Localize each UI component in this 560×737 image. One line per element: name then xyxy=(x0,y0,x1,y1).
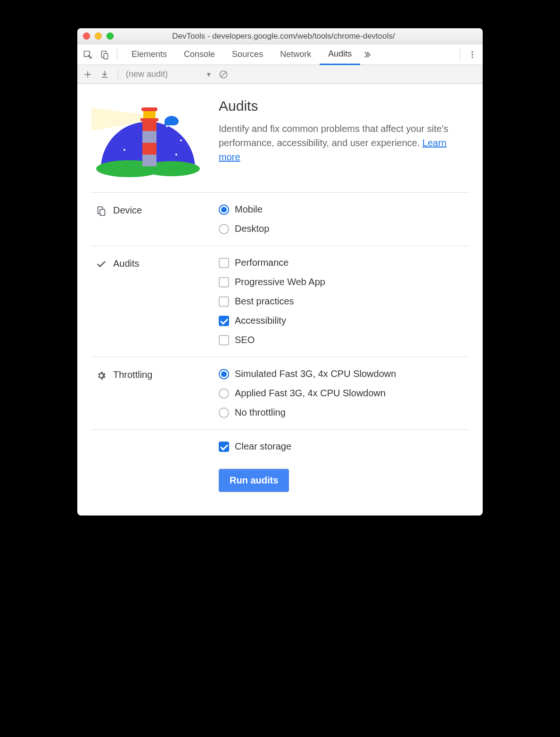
checkbox-best-practices[interactable]: Best practices xyxy=(219,296,469,307)
tab-elements[interactable]: Elements xyxy=(123,44,175,65)
tab-label: Console xyxy=(184,49,215,59)
radio-applied-3g[interactable]: Applied Fast 3G, 4x CPU Slowdown xyxy=(219,388,469,399)
device-options: Mobile Desktop xyxy=(219,204,469,234)
section-label-empty xyxy=(91,441,219,492)
overflow-tabs-icon[interactable] xyxy=(360,48,373,61)
kebab-menu-icon[interactable] xyxy=(466,48,479,61)
svg-marker-18 xyxy=(142,131,156,143)
checkbox-performance[interactable]: Performance xyxy=(219,257,469,268)
checkbox-icon xyxy=(219,442,229,452)
download-icon[interactable] xyxy=(99,69,110,80)
throttling-options: Simulated Fast 3G, 4x CPU Slowdown Appli… xyxy=(219,368,469,418)
run-section: Clear storage Run audits xyxy=(91,430,469,497)
option-label: Best practices xyxy=(235,296,294,307)
run-body: Clear storage Run audits xyxy=(219,441,469,492)
option-label: Accessibility xyxy=(235,315,286,326)
panel-tabs: Elements Console Sources Network Audits xyxy=(123,44,454,65)
tab-label: Network xyxy=(280,49,311,59)
checkbox-icon xyxy=(219,277,229,287)
toggle-device-icon[interactable] xyxy=(98,48,111,61)
section-title: Throttling xyxy=(113,369,152,380)
minimize-window-button[interactable] xyxy=(95,33,102,40)
tab-audits[interactable]: Audits xyxy=(320,44,360,65)
option-label: Clear storage xyxy=(235,441,291,452)
checkbox-accessibility[interactable]: Accessibility xyxy=(219,315,469,326)
option-label: SEO xyxy=(235,335,255,345)
section-title: Audits xyxy=(113,258,140,269)
section-label-device: Device xyxy=(91,204,219,234)
radio-icon xyxy=(219,369,229,379)
svg-point-5 xyxy=(471,57,473,58)
throttling-section: Throttling Simulated Fast 3G, 4x CPU Slo… xyxy=(91,357,469,429)
audit-dropdown-label: (new audit) xyxy=(126,69,168,79)
new-audit-icon[interactable] xyxy=(82,69,93,80)
tab-network[interactable]: Network xyxy=(272,44,320,65)
audits-toolbar: (new audit) ▼ xyxy=(77,65,483,84)
panel-description: Identify and fix common problems that af… xyxy=(219,122,469,164)
tab-label: Audits xyxy=(328,49,352,59)
svg-point-14 xyxy=(175,154,177,156)
option-label: Applied Fast 3G, 4x CPU Slowdown xyxy=(235,388,386,399)
section-title: Device xyxy=(113,205,142,216)
titlebar: DevTools - developers.google.com/web/too… xyxy=(77,28,483,44)
svg-rect-22 xyxy=(141,107,157,111)
radio-desktop[interactable]: Desktop xyxy=(219,223,469,234)
divider xyxy=(460,49,460,60)
checkbox-icon xyxy=(219,335,229,345)
maximize-window-button[interactable] xyxy=(107,33,114,40)
svg-point-9 xyxy=(114,130,116,132)
devtools-tabbar: Elements Console Sources Network Audits xyxy=(77,44,483,65)
tab-console[interactable]: Console xyxy=(175,44,223,65)
close-window-button[interactable] xyxy=(83,33,90,40)
section-label-audits: Audits xyxy=(91,257,219,345)
tab-label: Elements xyxy=(132,49,167,59)
gear-icon xyxy=(96,370,107,381)
chevron-down-icon: ▼ xyxy=(206,71,212,78)
option-label: Progressive Web App xyxy=(235,277,325,287)
intro-text: Audits Identify and fix common problems … xyxy=(219,98,469,178)
svg-rect-2 xyxy=(104,53,107,59)
svg-point-13 xyxy=(124,149,125,151)
tab-label: Sources xyxy=(232,49,263,59)
option-label: Performance xyxy=(235,257,289,268)
option-label: Desktop xyxy=(235,223,269,234)
svg-point-3 xyxy=(471,51,473,52)
radio-icon xyxy=(219,205,229,215)
divider xyxy=(118,69,118,80)
divider xyxy=(117,49,117,60)
run-audits-button[interactable]: Run audits xyxy=(219,469,289,492)
option-label: No throttling xyxy=(235,407,286,418)
tab-sources[interactable]: Sources xyxy=(223,44,272,65)
radio-mobile[interactable]: Mobile xyxy=(219,204,469,215)
inspect-element-icon[interactable] xyxy=(81,48,94,61)
svg-rect-25 xyxy=(100,209,105,215)
checkbox-icon xyxy=(219,296,229,307)
svg-point-11 xyxy=(166,125,168,127)
panel-heading: Audits xyxy=(219,98,469,114)
window-title: DevTools - developers.google.com/web/too… xyxy=(114,32,453,41)
checkbox-icon xyxy=(219,316,229,326)
radio-no-throttling[interactable]: No throttling xyxy=(219,407,469,418)
radio-icon xyxy=(219,224,229,234)
intro-section: Audits Identify and fix common problems … xyxy=(91,98,469,192)
audit-dropdown[interactable]: (new audit) ▼ xyxy=(126,69,212,79)
checkbox-icon xyxy=(219,258,229,268)
clear-icon[interactable] xyxy=(218,69,229,80)
svg-marker-20 xyxy=(142,155,156,166)
radio-icon xyxy=(219,388,229,399)
radio-icon xyxy=(219,408,229,418)
radio-simulated-3g[interactable]: Simulated Fast 3G, 4x CPU Slowdown xyxy=(219,368,469,379)
audits-section: Audits Performance Progressive Web App B… xyxy=(91,246,469,357)
checkbox-pwa[interactable]: Progressive Web App xyxy=(219,277,469,287)
lighthouse-illustration xyxy=(91,98,205,178)
audits-panel: Audits Identify and fix common problems … xyxy=(77,84,483,516)
device-icon xyxy=(96,206,107,216)
svg-point-12 xyxy=(180,139,182,141)
description-text: Identify and fix common problems that af… xyxy=(219,123,448,148)
option-label: Simulated Fast 3G, 4x CPU Slowdown xyxy=(235,368,396,379)
traffic-lights xyxy=(83,33,114,40)
checkbox-clear-storage[interactable]: Clear storage xyxy=(219,441,469,452)
audit-categories: Performance Progressive Web App Best pra… xyxy=(219,257,469,345)
checkmark-icon xyxy=(96,259,107,270)
checkbox-seo[interactable]: SEO xyxy=(219,335,469,345)
